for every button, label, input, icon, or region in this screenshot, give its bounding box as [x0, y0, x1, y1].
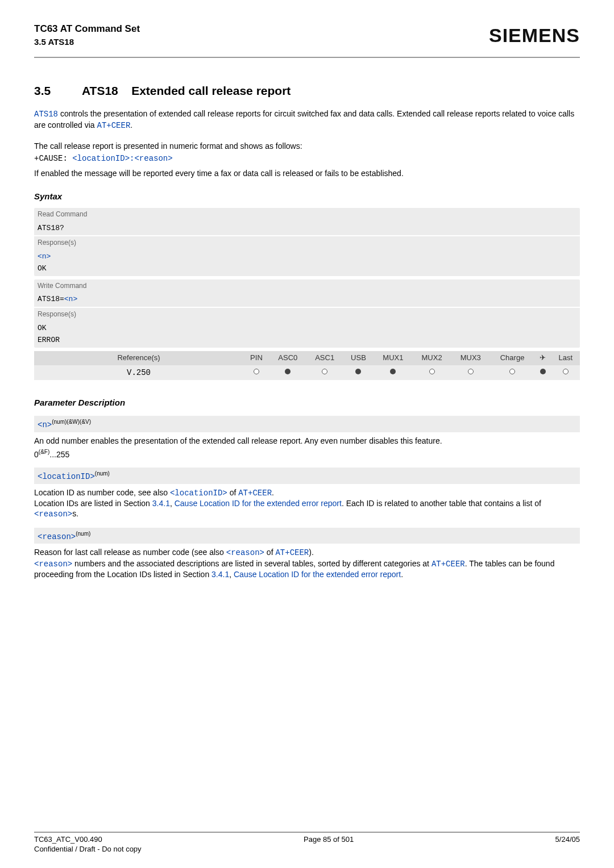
cause-location[interactable]: <locationID> — [72, 154, 130, 163]
write-command-group: Write Command ATS18=<n> Response(s) OK E… — [34, 279, 580, 348]
reason-text: numbers and the associated descriptions … — [72, 559, 432, 568]
col-usb: USB — [343, 351, 374, 365]
param-reason-sup: (num) — [76, 531, 90, 537]
read-response-ok: OK — [34, 264, 580, 276]
write-command-pre: ATS18= — [38, 295, 64, 303]
link-cause-location[interactable]: Cause Location ID for the extended error… — [234, 570, 401, 579]
page-footer: TC63_ATC_V00.490 Page 85 of 501 5/24/05 … — [34, 832, 580, 854]
loc-text: , — [170, 499, 175, 508]
filled-dot-icon — [390, 369, 396, 374]
footer-confidential: Confidential / Draft - Do not copy — [34, 845, 580, 854]
reference-value: V.250 — [34, 365, 243, 380]
param-n-box: <n>(num)(&W)(&V) — [34, 416, 580, 432]
link-cause-location[interactable]: Cause Location ID for the extended error… — [175, 499, 342, 508]
link-reason[interactable]: <reason> — [34, 560, 72, 569]
footer-row-1: TC63_ATC_V00.490 Page 85 of 501 5/24/05 — [34, 835, 580, 845]
param-location-sup: (num) — [95, 470, 110, 477]
param-reason-desc: Reason for last call release as number c… — [34, 547, 580, 579]
footer-doc: TC63_ATC_V00.490 — [34, 835, 102, 845]
param-reason-tag: <reason> — [38, 532, 76, 541]
open-dot-icon — [563, 369, 569, 374]
write-command-n: <n> — [64, 295, 77, 303]
dot-mux1 — [374, 365, 412, 380]
reason-text: of — [264, 548, 275, 557]
footer-page: Page 85 of 501 — [304, 835, 354, 845]
param-n-range: 0(&F)...255 — [34, 448, 580, 460]
write-command: ATS18=<n> — [34, 293, 580, 307]
cause-line: +CAUSE: <locationID>:<reason> — [34, 153, 580, 164]
write-command-label: Write Command — [34, 279, 580, 293]
reason-text: Reason for last call release as number c… — [34, 548, 226, 557]
intro-para-2: The call release report is presented in … — [34, 141, 580, 151]
dot-air — [534, 365, 551, 380]
brand-logo: SIEMENS — [489, 23, 580, 48]
dot-pin — [243, 365, 269, 380]
loc-text: Location IDs are listed in Section — [34, 499, 152, 508]
param-n-tag: <n> — [38, 420, 52, 429]
reference-header: Reference(s) PIN ASC0 ASC1 USB MUX1 MUX2… — [34, 351, 580, 365]
param-n-range-b: ...255 — [49, 450, 69, 459]
dot-asc1 — [306, 365, 343, 380]
dot-asc0 — [269, 365, 306, 380]
col-asc0: ASC0 — [269, 351, 306, 365]
param-n-sup: (num)(&W)(&V) — [52, 419, 91, 425]
param-desc-heading: Parameter Description — [34, 397, 580, 408]
section-title-text: ATS18 Extended call release report — [82, 83, 291, 98]
dot-charge — [490, 365, 534, 380]
read-command-group: Read Command ATS18? Response(s) <n> OK — [34, 208, 580, 276]
link-section-341[interactable]: 3.4.1 — [211, 570, 229, 579]
reference-table: Reference(s) PIN ASC0 ASC1 USB MUX1 MUX2… — [34, 351, 580, 380]
syntax-heading: Syntax — [34, 191, 580, 202]
intro-para-1: ATS18 controls the presentation of exten… — [34, 108, 580, 130]
dot-mux3 — [451, 365, 490, 380]
open-dot-icon — [254, 369, 259, 374]
param-location-desc: Location ID as number code, see also <lo… — [34, 487, 580, 520]
col-pin: PIN — [243, 351, 269, 365]
reference-label: Reference(s) — [34, 351, 243, 365]
dot-mux2 — [413, 365, 451, 380]
intro-para-3: If enabled the message will be reported … — [34, 168, 580, 178]
doc-title: TC63 AT Command Set — [34, 23, 140, 35]
link-reason[interactable]: <reason> — [34, 510, 72, 519]
link-locationid[interactable]: <locationID> — [170, 489, 227, 498]
write-response-ok: OK — [34, 322, 580, 336]
open-dot-icon — [509, 369, 515, 374]
col-mux2: MUX2 — [413, 351, 451, 365]
read-command: ATS18? — [34, 222, 580, 236]
reason-text: . — [401, 570, 403, 579]
link-ats18[interactable]: ATS18 — [34, 110, 58, 119]
reason-text: , — [229, 570, 234, 579]
open-dot-icon — [468, 369, 474, 374]
cause-reason[interactable]: <reason> — [134, 154, 172, 163]
link-atceer[interactable]: AT+CEER — [432, 560, 465, 569]
dot-usb — [343, 365, 374, 380]
param-location-tag: <locationID> — [38, 472, 95, 481]
header-rule — [34, 57, 580, 58]
link-atceer[interactable]: AT+CEER — [97, 121, 131, 130]
section-rest: Extended call release report — [131, 84, 291, 97]
link-atceer[interactable]: AT+CEER — [275, 548, 309, 557]
filled-dot-icon — [285, 369, 291, 374]
filled-dot-icon — [540, 369, 546, 374]
reason-text: ). — [309, 548, 314, 557]
col-mux3: MUX3 — [451, 351, 490, 365]
response-label: Response(s) — [34, 235, 580, 250]
section-cmd: ATS18 — [82, 84, 118, 97]
footer-date: 5/24/05 — [555, 835, 580, 845]
link-section-341[interactable]: 3.4.1 — [152, 499, 170, 508]
write-response-error: ERROR — [34, 336, 580, 348]
link-reason[interactable]: <reason> — [226, 548, 264, 557]
col-charge: Charge — [490, 351, 534, 365]
section-number: 3.5 — [34, 83, 82, 98]
col-asc1: ASC1 — [306, 351, 343, 365]
dot-last — [551, 365, 580, 380]
page-header: TC63 AT Command Set 3.5 ATS18 SIEMENS — [34, 23, 580, 48]
param-location-box: <locationID>(num) — [34, 468, 580, 484]
reference-row: V.250 — [34, 365, 580, 380]
param-n-range-a: 0 — [34, 450, 39, 459]
col-airplane-icon: ✈ — [534, 351, 551, 365]
link-atceer[interactable]: AT+CEER — [238, 489, 272, 498]
filled-dot-icon — [355, 369, 361, 374]
open-dot-icon — [429, 369, 435, 374]
section-heading: 3.5 ATS18 Extended call release report — [34, 83, 580, 98]
